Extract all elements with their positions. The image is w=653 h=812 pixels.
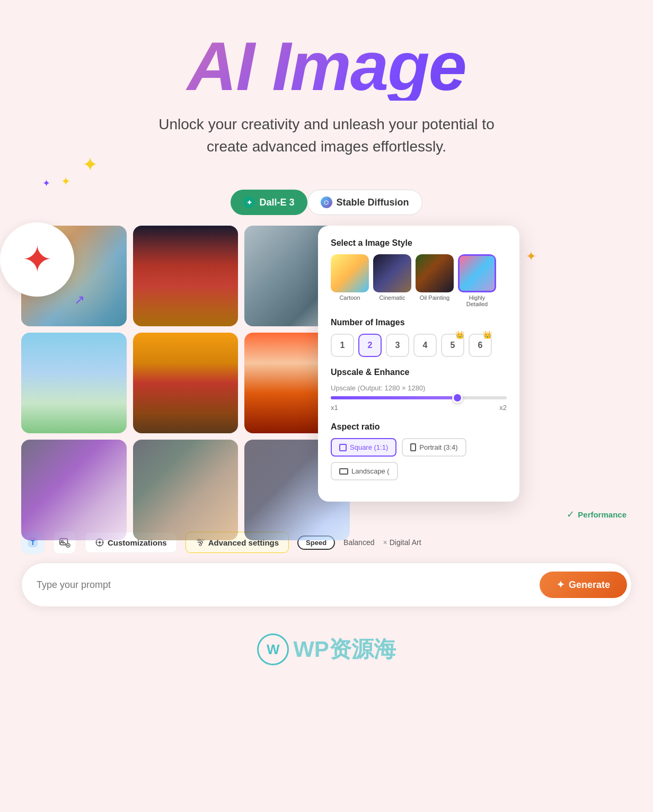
style-cartoon-label: Cartoon [331,295,369,301]
style-cinematic-img [373,254,411,292]
crown-icon-6: 👑 [483,331,492,339]
aspect-portrait[interactable]: Portrait (3:4) [402,438,466,457]
grid-image-cow [21,333,127,433]
square-label: Square (1:1) [350,443,388,451]
num-btn-3[interactable]: 3 [386,334,409,357]
star-icon-1: ✦ [82,154,98,176]
slider-fill [331,396,463,399]
num-images-title: Number of Images [331,318,507,327]
dalle3-label: Dall-E 3 [259,197,294,208]
num-btn-5[interactable]: 5 👑 [441,334,464,357]
aspect-square[interactable]: Square (1:1) [331,438,396,457]
wp-logo: W [257,633,289,665]
slider-max-label: x2 [499,404,507,412]
prompt-container: ✦ Generate [21,563,632,607]
grid-image-city [133,226,239,326]
watermark: W WP资源海 [0,628,653,676]
style-cinematic-label: Cinematic [373,295,411,301]
svg-point-11 [199,544,201,546]
page-title: AI Image [11,32,642,101]
star-red-icon: ✦ [22,241,53,278]
upscale-section: Upscale & Enhance Upscale (Output: 1280 … [331,368,507,412]
tab-dalle3[interactable]: ✦ Dall-E 3 [231,190,307,215]
style-oil-label: Oil Painting [416,295,454,301]
num-btn-4[interactable]: 4 [413,334,437,357]
crown-icon-5: 👑 [455,331,464,339]
tab-stable-diffusion[interactable]: ⬡ Stable Diffusion [307,190,422,215]
style-detailed-img [458,254,496,292]
grid-image-space2 [133,440,239,540]
page-subtitle: Unlock your creativity and unleash your … [141,113,512,158]
style-highly-detailed[interactable]: Highly Detailed [458,254,496,307]
num-btn-2[interactable]: 2 [358,334,382,357]
upscale-section-title: Upscale & Enhance [331,368,507,377]
number-grid: 1 2 3 4 5 👑 6 👑 [331,334,507,357]
style-oil-painting[interactable]: Oil Painting [416,254,454,307]
deco-circle: ✦ [0,222,74,297]
slider-thumb[interactable] [452,392,463,403]
main-content: Select a Image Style Cartoon Cinematic O… [0,226,653,540]
slider-track [331,396,507,399]
square-icon [339,444,347,451]
landscape-icon [339,468,348,475]
aspect-landscape[interactable]: Landscape ( [331,462,398,480]
grid-image-space1 [21,440,127,540]
slider-min-label: x1 [331,404,338,412]
style-cartoon[interactable]: Cartoon [331,254,369,307]
sd-label: Stable Diffusion [337,197,409,208]
style-oil-img [416,254,454,292]
grid-image-figure [133,333,239,433]
aspect-options: Square (1:1) Portrait (3:4) Landscape ( [331,438,507,480]
upscale-slider[interactable] [331,396,507,399]
style-section-title: Select a Image Style [331,238,507,248]
prompt-input[interactable] [37,579,540,591]
sparkle-icon: ✦ [557,579,564,591]
generate-label: Generate [569,579,610,591]
sd-icon: ⬡ [321,197,332,208]
dalle-icon: ✦ [243,197,255,208]
landscape-label: Landscape ( [351,467,390,475]
generate-button[interactable]: ✦ Generate [540,572,627,598]
num-btn-1[interactable]: 1 [331,334,354,357]
portrait-label: Portrait (3:4) [419,443,457,451]
watermark-text: WP资源海 [293,635,396,664]
deco-arrow: ↗ [74,292,85,307]
style-cartoon-img [331,254,369,292]
svg-point-10 [200,541,202,543]
portrait-icon [410,443,416,451]
svg-point-8 [99,541,101,544]
star-icon-2: ✦ [61,175,70,189]
style-detailed-label: Highly Detailed [458,295,496,307]
aspect-ratio-section: Aspect ratio Square (1:1) Portrait (3:4)… [331,422,507,480]
aspect-ratio-title: Aspect ratio [331,422,507,432]
page-header: AI Image Unlock your creativity and unle… [0,0,653,190]
slider-labels: x1 x2 [331,404,507,412]
num-btn-6[interactable]: 6 👑 [469,334,492,357]
model-selector: ✦ Dall-E 3 ⬡ Stable Diffusion [0,190,653,215]
upscale-label: Upscale (Output: 1280 × 1280) [331,383,507,392]
star-icon-3: ✦ [42,177,50,189]
style-cinematic[interactable]: Cinematic [373,254,411,307]
settings-card: Select a Image Style Cartoon Cinematic O… [318,226,519,502]
style-grid: Cartoon Cinematic Oil Painting Highly De… [331,254,507,307]
